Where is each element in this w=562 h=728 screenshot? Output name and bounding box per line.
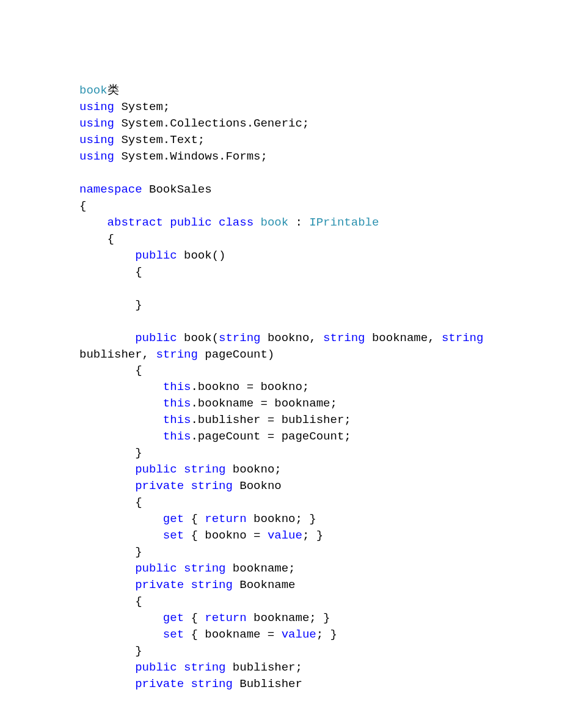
code-token: System.Collections.Generic; bbox=[114, 117, 309, 130]
code-line: public book() bbox=[79, 248, 483, 264]
code-line: } bbox=[79, 643, 483, 660]
code-line: { bbox=[79, 198, 483, 215]
code-token: class bbox=[219, 216, 254, 229]
code-token: .bublisher = bublisher; bbox=[191, 413, 351, 427]
code-token: System.Windows.Forms; bbox=[114, 150, 268, 163]
code-page: book类using System;using System.Collectio… bbox=[0, 0, 562, 728]
code-token: bookno, bbox=[260, 331, 323, 345]
code-line: this.bookname = bookname; bbox=[79, 395, 483, 412]
code-token bbox=[79, 512, 163, 526]
code-line: { bbox=[79, 231, 483, 248]
code-token: using bbox=[79, 100, 114, 114]
code-token: Bublisher bbox=[233, 677, 302, 691]
code-token bbox=[79, 661, 135, 674]
code-token: { bbox=[184, 512, 205, 526]
code-line bbox=[79, 314, 483, 330]
code-token: book() bbox=[177, 249, 226, 262]
code-token: BookSales bbox=[142, 183, 212, 196]
code-line: this.bookno = bookno; bbox=[79, 379, 483, 395]
code-token bbox=[79, 628, 163, 641]
code-token: : bbox=[288, 216, 309, 229]
code-token bbox=[254, 216, 260, 229]
code-token bbox=[79, 529, 163, 542]
code-token: string bbox=[219, 331, 260, 345]
code-token: set bbox=[163, 529, 184, 542]
code-token: Bookno bbox=[233, 479, 282, 493]
code-token: { bbox=[79, 496, 142, 509]
code-line: book类 bbox=[79, 83, 483, 99]
code-token bbox=[79, 479, 135, 493]
code-token: { bbox=[79, 232, 114, 246]
code-token: bookno; bbox=[225, 463, 281, 476]
code-token: private bbox=[135, 578, 184, 592]
code-block: book类using System;using System.Collectio… bbox=[79, 83, 483, 693]
code-token: private bbox=[135, 479, 184, 493]
code-token: string bbox=[442, 331, 483, 345]
code-token bbox=[79, 562, 135, 575]
code-token: ; } bbox=[316, 628, 337, 641]
code-token: namespace bbox=[79, 183, 142, 196]
code-token: set bbox=[163, 628, 184, 641]
code-token: this bbox=[163, 397, 191, 410]
code-line: { bbox=[79, 594, 483, 610]
code-line: using System.Collections.Generic; bbox=[79, 116, 483, 132]
code-line: { bbox=[79, 264, 483, 281]
code-token: book( bbox=[177, 331, 219, 345]
code-token: System.Text; bbox=[114, 133, 205, 147]
code-token: string bbox=[184, 562, 225, 575]
code-line: public string bookno; bbox=[79, 461, 483, 478]
code-token: private bbox=[135, 677, 184, 691]
code-token bbox=[177, 463, 184, 476]
code-token: string bbox=[191, 578, 232, 592]
code-token: string bbox=[184, 661, 225, 674]
code-line: } bbox=[79, 544, 483, 561]
code-token: { bbox=[79, 265, 142, 279]
code-token: using bbox=[79, 117, 114, 130]
code-token bbox=[212, 216, 219, 229]
code-token bbox=[184, 578, 191, 592]
code-token: public bbox=[135, 331, 177, 345]
code-token: .pageCount = pageCount; bbox=[191, 430, 351, 443]
code-token: this bbox=[163, 380, 191, 394]
code-token: book bbox=[260, 216, 288, 229]
code-token: bublisher; bbox=[225, 661, 302, 674]
code-token: 类 bbox=[108, 84, 119, 97]
code-line: } bbox=[79, 297, 483, 314]
code-token: bublisher, bbox=[79, 348, 156, 361]
code-token bbox=[79, 397, 163, 410]
code-token bbox=[483, 331, 490, 345]
code-line: { bbox=[79, 362, 483, 379]
code-token: string bbox=[323, 331, 365, 345]
code-line: } bbox=[79, 445, 483, 461]
code-token: bookname, bbox=[365, 331, 442, 345]
code-token: public bbox=[135, 661, 177, 674]
code-line: public book(string bookno, string bookna… bbox=[79, 330, 483, 347]
code-token: System; bbox=[114, 100, 170, 114]
code-token: get bbox=[163, 611, 184, 625]
code-token: get bbox=[163, 512, 184, 526]
code-line: set { bookno = value; } bbox=[79, 528, 483, 544]
code-token: bookname; bbox=[225, 562, 295, 575]
code-token bbox=[163, 216, 170, 229]
code-line: { bbox=[79, 495, 483, 511]
code-token: string bbox=[156, 348, 197, 361]
code-token: abstract bbox=[108, 216, 163, 229]
code-token bbox=[184, 677, 191, 691]
code-token: this bbox=[163, 430, 191, 443]
code-token: pageCount) bbox=[198, 348, 274, 361]
code-token: return bbox=[205, 512, 246, 526]
code-token bbox=[79, 216, 108, 229]
code-token: Bookname bbox=[233, 578, 296, 592]
code-line bbox=[79, 165, 483, 182]
code-token: { bookno = bbox=[184, 529, 268, 542]
code-line: using System.Windows.Forms; bbox=[79, 149, 483, 165]
code-token: { bbox=[184, 611, 205, 625]
code-token bbox=[79, 331, 135, 345]
code-token: string bbox=[191, 479, 232, 493]
code-token: } bbox=[79, 298, 142, 312]
code-line: this.bublisher = bublisher; bbox=[79, 412, 483, 428]
code-token: .bookno = bookno; bbox=[191, 380, 309, 394]
code-line: namespace BookSales bbox=[79, 182, 483, 198]
code-token bbox=[79, 413, 163, 427]
code-token bbox=[79, 677, 135, 691]
